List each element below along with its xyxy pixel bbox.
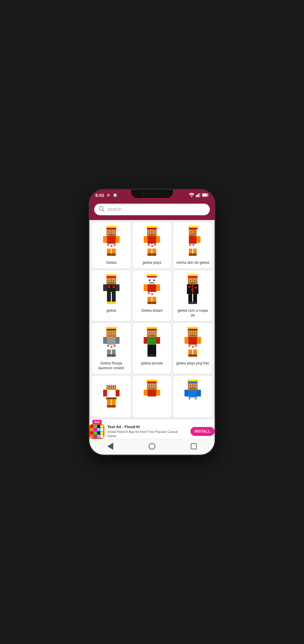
skin-sprite-4 (102, 274, 121, 305)
svg-rect-49 (152, 253, 156, 256)
skin-label-1: Geleia (106, 261, 117, 265)
svg-rect-169 (192, 346, 194, 347)
skin-card-9[interactable]: geleia plays png foto (173, 323, 212, 374)
speaker-bar (147, 193, 162, 194)
svg-rect-76 (108, 285, 110, 288)
svg-rect-111 (190, 282, 195, 283)
skin-card-12[interactable] (173, 376, 212, 417)
svg-rect-214 (195, 398, 197, 399)
svg-rect-146 (149, 332, 151, 334)
svg-rect-32 (147, 228, 157, 229)
svg-rect-156 (187, 327, 198, 328)
skin-sprite-12 (183, 380, 202, 411)
svg-rect-68 (106, 276, 116, 277)
skin-card-8[interactable]: geleia lacoste (133, 323, 172, 374)
svg-rect-151 (156, 337, 160, 344)
skin-card-7[interactable]: Geleia Roupa laurence creator (92, 323, 131, 374)
nav-bar (89, 439, 215, 455)
skin-image-12 (181, 379, 205, 411)
status-left: 6:01 ⚙ 🔲 (95, 193, 117, 198)
svg-rect-12 (106, 228, 116, 229)
svg-rect-73 (113, 279, 114, 281)
svg-rect-41 (156, 236, 160, 243)
sim-icon: 🔲 (113, 193, 117, 197)
skin-image-8 (140, 326, 164, 359)
skin-sprite-3 (183, 226, 202, 257)
svg-rect-98 (151, 293, 153, 295)
svg-rect-168 (189, 345, 190, 347)
install-button[interactable]: INSTALL (190, 427, 215, 436)
svg-rect-11 (106, 227, 117, 227)
svg-rect-37 (153, 231, 155, 233)
svg-line-9 (103, 210, 104, 211)
svg-rect-64 (189, 253, 193, 256)
search-bar[interactable]: search (94, 204, 210, 215)
skin-card-4[interactable]: geleia (92, 270, 131, 321)
skin-card-3[interactable]: minha skin do geleia (173, 222, 212, 269)
svg-rect-133 (107, 345, 109, 347)
back-button[interactable] (106, 442, 114, 450)
ad-icon-pixel (94, 428, 97, 431)
svg-rect-25 (114, 244, 115, 246)
skin-label-9: geleia plays png foto (176, 361, 209, 366)
skin-sprite-7 (102, 327, 121, 358)
content-area[interactable]: Geleia (89, 220, 215, 419)
skins-grid: Geleia (92, 222, 212, 418)
svg-rect-18 (109, 234, 114, 235)
svg-rect-93 (148, 284, 156, 292)
svg-rect-174 (193, 354, 197, 357)
svg-rect-123 (106, 329, 116, 330)
svg-rect-48 (148, 253, 152, 256)
svg-rect-7 (208, 194, 209, 196)
skin-card-1[interactable]: Geleia (92, 222, 131, 269)
svg-rect-77 (113, 285, 114, 288)
skin-sprite-8 (142, 327, 162, 358)
recent-button[interactable] (190, 442, 198, 450)
svg-rect-170 (195, 345, 197, 347)
skin-card-5[interactable]: Geleia dream (133, 270, 172, 321)
svg-rect-29 (111, 253, 116, 256)
status-right (189, 193, 209, 197)
svg-rect-2 (197, 194, 198, 197)
ad-icon-pixel (94, 435, 97, 438)
svg-rect-38 (150, 234, 154, 235)
svg-rect-60 (189, 244, 191, 246)
svg-rect-163 (190, 335, 195, 336)
skin-card-10[interactable] (92, 376, 131, 417)
svg-rect-19 (107, 236, 116, 244)
skin-image-7 (99, 326, 123, 359)
svg-rect-213 (189, 398, 190, 399)
search-icon (99, 206, 104, 213)
svg-rect-184 (106, 397, 117, 399)
camera-notch (131, 190, 173, 198)
svg-rect-21 (116, 236, 120, 243)
svg-rect-187 (107, 405, 111, 408)
skin-card-2[interactable]: geleia plays (133, 222, 172, 269)
skin-label-2: geleia plays (142, 261, 161, 265)
svg-rect-86 (147, 276, 157, 277)
svg-point-0 (191, 196, 192, 197)
svg-rect-128 (113, 332, 114, 334)
svg-rect-4 (199, 193, 200, 197)
svg-rect-110 (194, 279, 196, 281)
skin-label-6: geleia com a roupa da (175, 308, 210, 318)
status-time: 6:01 (95, 193, 104, 198)
svg-rect-182 (103, 390, 107, 397)
skin-card-11[interactable] (133, 376, 172, 417)
svg-rect-44 (151, 245, 153, 247)
home-button[interactable] (148, 442, 156, 450)
skin-image-5 (140, 273, 164, 306)
ad-icon-pixel (100, 431, 103, 434)
svg-rect-28 (107, 253, 111, 256)
ad-icon-pixel (100, 428, 103, 431)
svg-rect-138 (107, 354, 111, 357)
svg-rect-191 (147, 381, 157, 383)
ad-icon-pixel (90, 425, 93, 428)
settings-icon: ⚙ (107, 193, 110, 197)
svg-rect-195 (149, 385, 151, 386)
svg-rect-179 (108, 386, 110, 387)
svg-rect-52 (189, 228, 198, 229)
skin-card-6[interactable]: geleia com a roupa da (173, 270, 212, 321)
svg-rect-197 (148, 390, 156, 397)
svg-rect-92 (150, 282, 154, 283)
